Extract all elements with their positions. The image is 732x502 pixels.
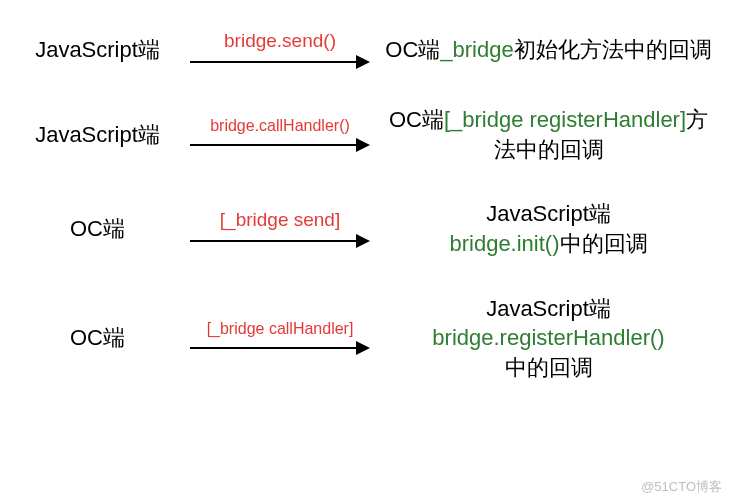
source-label: JavaScript端 (20, 120, 175, 150)
arrow: [_bridge send] (175, 209, 385, 249)
target-green: bridge.init() (449, 231, 559, 256)
target-label: OC端[_bridge registerHandler]方法中的回调 (385, 105, 712, 164)
target-green: [_bridge registerHandler] (444, 107, 686, 132)
target-pre: OC端 (385, 37, 440, 62)
diagram-row: JavaScript端 bridge.callHandler() OC端[_br… (20, 105, 712, 164)
target-post: 中的回调 (505, 355, 593, 380)
diagram-rows: JavaScript端 bridge.send() OC端_bridge初始化方… (0, 0, 732, 403)
target-label: JavaScript端bridge.registerHandler()中的回调 (385, 294, 712, 383)
target-pre: OC端 (389, 107, 444, 132)
source-label: OC端 (20, 214, 175, 244)
arrow-label: [_bridge callHandler] (207, 320, 354, 338)
arrow-label: bridge.callHandler() (210, 117, 350, 135)
target-label: OC端_bridge初始化方法中的回调 (385, 35, 712, 65)
diagram-row: JavaScript端 bridge.send() OC端_bridge初始化方… (20, 30, 712, 70)
arrow-label: bridge.send() (224, 30, 336, 52)
target-green: bridge.registerHandler() (432, 325, 664, 350)
target-post: 初始化方法中的回调 (514, 37, 712, 62)
target-pre: JavaScript端 (486, 201, 611, 226)
arrow-icon (190, 54, 370, 70)
target-label: JavaScript端bridge.init()中的回调 (385, 199, 712, 258)
arrow-icon (190, 340, 370, 356)
arrow: [_bridge callHandler] (175, 320, 385, 356)
diagram-row: OC端 [_bridge callHandler] JavaScript端bri… (20, 294, 712, 383)
arrow: bridge.send() (175, 30, 385, 70)
target-pre: JavaScript端 (486, 296, 611, 321)
arrow: bridge.callHandler() (175, 117, 385, 153)
watermark: @51CTO博客 (641, 478, 722, 496)
source-label: JavaScript端 (20, 35, 175, 65)
arrow-label: [_bridge send] (220, 209, 340, 231)
arrow-icon (190, 137, 370, 153)
arrow-icon (190, 233, 370, 249)
diagram-row: OC端 [_bridge send] JavaScript端bridge.ini… (20, 199, 712, 258)
target-post: 中的回调 (560, 231, 648, 256)
target-green: _bridge (440, 37, 513, 62)
source-label: OC端 (20, 323, 175, 353)
